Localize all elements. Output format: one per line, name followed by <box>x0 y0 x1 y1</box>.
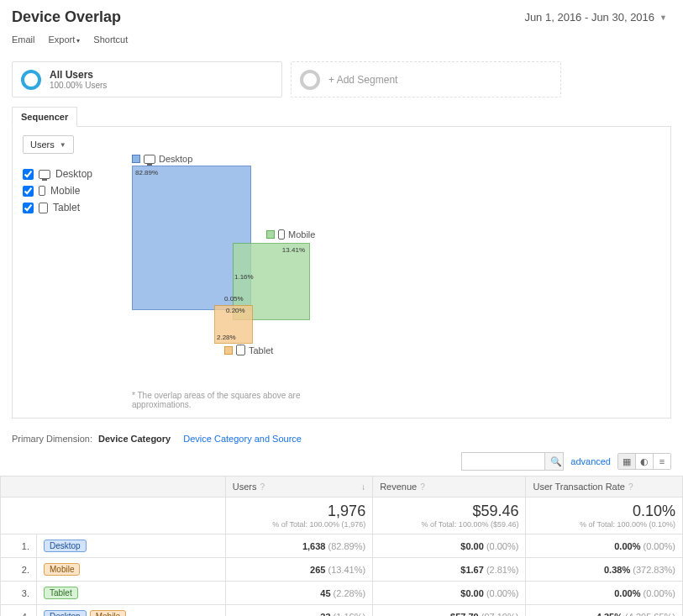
tab-sequencer[interactable]: Sequencer <box>12 107 77 127</box>
legend-label-tablet: Tablet <box>53 202 80 213</box>
primary-dimension-other[interactable]: Device Category and Source <box>183 434 302 444</box>
mobile-icon <box>39 186 45 196</box>
total-users-sub: % of Total: 100.00% (1,976) <box>233 520 365 529</box>
venn-pct-mobile: 13.41% <box>282 246 305 254</box>
row-index: 2. <box>1 558 37 582</box>
search-input[interactable] <box>462 453 544 470</box>
sort-down-icon: ↓ <box>361 482 365 492</box>
row-index: 4. <box>1 605 37 617</box>
total-utr: 0.10% <box>533 503 675 520</box>
primary-dimension-active[interactable]: Device Category <box>98 434 171 444</box>
table-search[interactable]: 🔍 <box>461 452 564 471</box>
tablet-icon <box>236 345 245 355</box>
row-metric: 0.00% (0.00%) <box>526 534 683 558</box>
col-category[interactable] <box>1 476 226 498</box>
legend-row-mobile[interactable]: Mobile <box>23 182 115 199</box>
caret-down-icon: ▼ <box>60 141 66 149</box>
row-index: 1. <box>1 534 37 558</box>
chip-mobile: Mobile <box>90 610 126 616</box>
col-users[interactable]: Users?↓ <box>225 476 372 498</box>
segment-circle-icon <box>21 70 41 90</box>
shortcut-button[interactable]: Shortcut <box>93 34 128 45</box>
email-button[interactable]: Email <box>12 34 35 45</box>
help-icon: ? <box>628 482 633 492</box>
venn-pct-dt: 0.20% <box>226 307 245 314</box>
table-row[interactable]: 3.Tablet45 (2.28%)$0.00 (0.00%)0.00% (0.… <box>1 582 683 605</box>
col-utr[interactable]: User Transaction Rate? <box>526 476 683 498</box>
row-category: Mobile <box>37 558 226 582</box>
table-row[interactable]: 1.Desktop1,638 (82.89%)$0.00 (0.00%)0.00… <box>1 534 683 558</box>
primary-dimension-label: Primary Dimension: <box>12 434 92 444</box>
legend-checkbox-tablet[interactable] <box>23 203 34 213</box>
venn-pct-desktop: 82.89% <box>135 169 158 176</box>
chip-mobile: Mobile <box>44 563 80 576</box>
legend-row-tablet[interactable]: Tablet <box>23 199 115 216</box>
table-row[interactable]: 2.Mobile265 (13.41%)$1.67 (2.81%)0.38% (… <box>1 558 683 582</box>
export-button[interactable]: Export▾ <box>49 34 81 45</box>
chip-desktop: Desktop <box>44 610 87 616</box>
view-bars-icon[interactable]: ≡ <box>653 454 670 469</box>
venn-pct-tablet: 2.28% <box>217 334 236 341</box>
row-index: 3. <box>1 582 37 605</box>
venn-diagram: Desktop 82.89% Mobile 13.41% Tablet 1 <box>132 166 434 384</box>
row-metric: $0.00 (0.00%) <box>373 534 526 558</box>
venn-label-tablet: Tablet <box>224 345 273 355</box>
col-revenue[interactable]: Revenue? <box>373 476 526 498</box>
segment-all-users[interactable]: All Users 100.00% Users <box>12 61 282 97</box>
segment-title: All Users <box>50 69 107 81</box>
search-button[interactable]: 🔍 <box>544 453 563 470</box>
total-users: 1,976 <box>233 503 365 520</box>
add-segment-label: + Add Segment <box>328 74 397 86</box>
help-icon: ? <box>420 482 425 492</box>
row-metric: $1.67 (2.81%) <box>373 558 526 582</box>
desktop-icon <box>144 155 155 164</box>
legend-checkbox-desktop[interactable] <box>23 169 34 180</box>
help-icon: ? <box>260 482 265 492</box>
row-metric: $57.79 (97.19%) <box>373 605 526 617</box>
tablet-icon <box>39 203 48 213</box>
venn-label-mobile: Mobile <box>266 229 315 240</box>
row-category: Tablet <box>37 582 226 605</box>
venn-pct-dmt: 0.05% <box>224 295 244 303</box>
view-table-icon[interactable]: ▦ <box>618 454 635 469</box>
view-switch: ▦ ◐ ≡ <box>617 453 671 470</box>
mobile-icon <box>278 229 285 240</box>
total-utr-sub: % of Total: 100.00% (0.10%) <box>533 520 675 529</box>
add-segment-button[interactable]: + Add Segment <box>291 61 561 97</box>
chip-desktop: Desktop <box>44 540 87 552</box>
row-metric: 1,638 (82.89%) <box>225 534 372 558</box>
search-icon: 🔍 <box>550 456 562 466</box>
mobile-swatch-icon <box>266 230 275 239</box>
row-category: DesktopMobile <box>37 605 226 617</box>
legend: Desktop Mobile Tablet <box>23 166 115 409</box>
row-metric: 45 (2.28%) <box>225 582 372 605</box>
tablet-swatch-icon <box>224 346 233 355</box>
metric-dropdown[interactable]: Users ▼ <box>23 135 74 154</box>
row-category: Desktop <box>37 534 226 558</box>
desktop-swatch-icon <box>132 155 140 163</box>
view-pie-icon[interactable]: ◐ <box>635 454 653 469</box>
total-revenue: $59.46 <box>380 503 518 520</box>
caret-down-icon: ▼ <box>659 13 667 22</box>
legend-label-desktop: Desktop <box>55 168 92 180</box>
caret-down-icon: ▾ <box>76 37 80 45</box>
metric-dropdown-label: Users <box>30 140 55 150</box>
row-metric: 265 (13.41%) <box>225 558 372 582</box>
segment-sub: 100.00% Users <box>50 81 107 90</box>
advanced-link[interactable]: advanced <box>570 456 611 466</box>
total-revenue-sub: % of Total: 100.00% ($59.46) <box>380 520 518 529</box>
row-metric: 23 (1.16%) <box>225 605 372 617</box>
legend-row-desktop[interactable]: Desktop <box>23 166 115 182</box>
row-metric: 4.35% (4,295.65%) <box>526 605 683 617</box>
legend-checkbox-mobile[interactable] <box>23 186 34 197</box>
venn-footnote: * The overlap areas of the squares above… <box>132 391 334 409</box>
venn-pct-dm: 1.16% <box>234 273 254 281</box>
desktop-icon <box>39 170 50 179</box>
segment-circle-hollow-icon <box>300 70 320 90</box>
row-metric: $0.00 (0.00%) <box>373 582 526 605</box>
date-range-text: Jun 1, 2016 - Jun 30, 2016 <box>524 11 654 24</box>
date-range-picker[interactable]: Jun 1, 2016 - Jun 30, 2016 ▼ <box>520 8 671 26</box>
table-row[interactable]: 4.DesktopMobile23 (1.16%)$57.79 (97.19%)… <box>1 605 683 617</box>
row-metric: 0.38% (372.83%) <box>526 558 683 582</box>
chip-tablet: Tablet <box>44 587 78 599</box>
